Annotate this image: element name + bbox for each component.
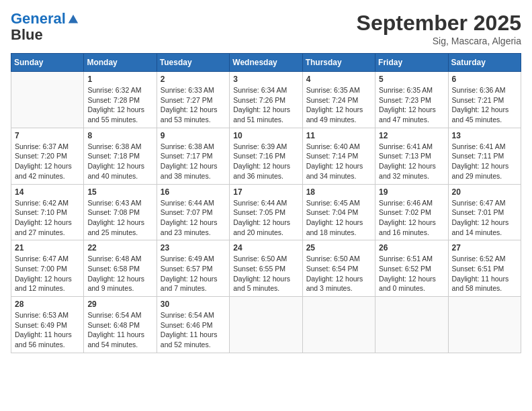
calendar-day: 14 Sunrise: 6:42 AMSunset: 7:10 PMDaylig… bbox=[11, 184, 84, 240]
day-number: 21 bbox=[15, 243, 80, 253]
day-detail: Sunrise: 6:50 AMSunset: 6:54 PMDaylight:… bbox=[306, 254, 371, 293]
day-number: 26 bbox=[379, 243, 444, 253]
day-number: 2 bbox=[161, 75, 226, 84]
day-detail: Sunrise: 6:32 AMSunset: 7:28 PMDaylight:… bbox=[87, 85, 152, 125]
calendar-day: 19 Sunrise: 6:46 AMSunset: 7:02 PMDaylig… bbox=[375, 184, 448, 240]
day-detail: Sunrise: 6:40 AMSunset: 7:14 PMDaylight:… bbox=[306, 142, 371, 181]
day-number: 4 bbox=[306, 75, 371, 84]
calendar-day bbox=[230, 297, 302, 353]
day-detail: Sunrise: 6:54 AMSunset: 6:48 PMDaylight:… bbox=[87, 310, 152, 350]
calendar-day: 20 Sunrise: 6:47 AMSunset: 7:01 PMDaylig… bbox=[448, 184, 521, 240]
day-detail: Sunrise: 6:50 AMSunset: 6:55 PMDaylight:… bbox=[233, 254, 298, 293]
day-number: 6 bbox=[452, 75, 517, 84]
calendar-day bbox=[375, 297, 448, 353]
dow-header: Tuesday bbox=[157, 54, 229, 72]
calendar-day: 11 Sunrise: 6:40 AMSunset: 7:14 PMDaylig… bbox=[302, 128, 375, 184]
calendar-day: 17 Sunrise: 6:44 AMSunset: 7:05 PMDaylig… bbox=[230, 184, 302, 240]
calendar-day: 21 Sunrise: 6:47 AMSunset: 7:00 PMDaylig… bbox=[11, 240, 84, 297]
day-detail: Sunrise: 6:47 AMSunset: 7:00 PMDaylight:… bbox=[15, 254, 80, 293]
day-detail: Sunrise: 6:37 AMSunset: 7:20 PMDaylight:… bbox=[15, 142, 80, 181]
title-block: September 2025 Sig, Mascara, Algeria bbox=[357, 11, 521, 46]
page-header: GeneralBlue September 2025 Sig, Mascara,… bbox=[11, 11, 521, 46]
calendar-week: 14 Sunrise: 6:42 AMSunset: 7:10 PMDaylig… bbox=[11, 184, 521, 240]
day-number: 11 bbox=[306, 131, 371, 140]
day-number: 27 bbox=[452, 243, 517, 253]
day-number: 10 bbox=[233, 131, 298, 140]
day-number: 22 bbox=[87, 243, 152, 253]
calendar-week: 21 Sunrise: 6:47 AMSunset: 7:00 PMDaylig… bbox=[11, 240, 521, 297]
dow-header: Monday bbox=[84, 54, 157, 72]
calendar-table: SundayMondayTuesdayWednesdayThursdayFrid… bbox=[11, 53, 521, 353]
day-detail: Sunrise: 6:44 AMSunset: 7:07 PMDaylight:… bbox=[161, 198, 226, 238]
day-number: 23 bbox=[161, 243, 226, 253]
calendar-day: 24 Sunrise: 6:50 AMSunset: 6:55 PMDaylig… bbox=[230, 240, 302, 297]
day-number: 20 bbox=[452, 187, 517, 197]
day-number: 9 bbox=[161, 131, 226, 140]
calendar-day: 22 Sunrise: 6:48 AMSunset: 6:58 PMDaylig… bbox=[84, 240, 157, 297]
svg-marker-0 bbox=[69, 15, 78, 24]
day-detail: Sunrise: 6:36 AMSunset: 7:21 PMDaylight:… bbox=[452, 85, 517, 125]
day-number: 19 bbox=[379, 187, 444, 197]
calendar-day: 4 Sunrise: 6:35 AMSunset: 7:24 PMDayligh… bbox=[302, 72, 375, 128]
calendar-day: 18 Sunrise: 6:45 AMSunset: 7:04 PMDaylig… bbox=[302, 184, 375, 240]
dow-header: Friday bbox=[375, 54, 448, 72]
calendar-day: 3 Sunrise: 6:34 AMSunset: 7:26 PMDayligh… bbox=[230, 72, 302, 128]
calendar-day: 8 Sunrise: 6:38 AMSunset: 7:18 PMDayligh… bbox=[84, 128, 157, 184]
calendar-day: 29 Sunrise: 6:54 AMSunset: 6:48 PMDaylig… bbox=[84, 297, 157, 353]
day-number: 25 bbox=[306, 243, 371, 253]
day-detail: Sunrise: 6:45 AMSunset: 7:04 PMDaylight:… bbox=[306, 198, 371, 238]
day-detail: Sunrise: 6:38 AMSunset: 7:18 PMDaylight:… bbox=[87, 142, 152, 181]
calendar-week: 1 Sunrise: 6:32 AMSunset: 7:28 PMDayligh… bbox=[11, 72, 521, 128]
day-number: 29 bbox=[87, 300, 152, 309]
dow-header: Saturday bbox=[448, 54, 521, 72]
calendar-day: 28 Sunrise: 6:53 AMSunset: 6:49 PMDaylig… bbox=[11, 297, 84, 353]
day-detail: Sunrise: 6:41 AMSunset: 7:13 PMDaylight:… bbox=[379, 142, 444, 181]
dow-header: Sunday bbox=[11, 54, 84, 72]
calendar-week: 7 Sunrise: 6:37 AMSunset: 7:20 PMDayligh… bbox=[11, 128, 521, 184]
calendar-day: 6 Sunrise: 6:36 AMSunset: 7:21 PMDayligh… bbox=[448, 72, 521, 128]
calendar-day: 9 Sunrise: 6:38 AMSunset: 7:17 PMDayligh… bbox=[157, 128, 229, 184]
calendar-day bbox=[448, 297, 521, 353]
day-number: 18 bbox=[306, 187, 371, 197]
day-of-week-row: SundayMondayTuesdayWednesdayThursdayFrid… bbox=[11, 54, 521, 72]
logo-text: GeneralBlue bbox=[11, 11, 79, 43]
calendar-day: 16 Sunrise: 6:44 AMSunset: 7:07 PMDaylig… bbox=[157, 184, 229, 240]
day-number: 15 bbox=[87, 187, 152, 197]
calendar-day: 2 Sunrise: 6:33 AMSunset: 7:27 PMDayligh… bbox=[157, 72, 229, 128]
day-number: 3 bbox=[233, 75, 298, 84]
month-title: September 2025 bbox=[357, 11, 521, 36]
logo: GeneralBlue bbox=[11, 11, 79, 43]
dow-header: Wednesday bbox=[230, 54, 302, 72]
calendar-day bbox=[302, 297, 375, 353]
day-number: 24 bbox=[233, 243, 298, 253]
day-number: 5 bbox=[379, 75, 444, 84]
day-detail: Sunrise: 6:39 AMSunset: 7:16 PMDaylight:… bbox=[233, 142, 298, 181]
day-number: 13 bbox=[452, 131, 517, 140]
day-number: 8 bbox=[87, 131, 152, 140]
day-detail: Sunrise: 6:44 AMSunset: 7:05 PMDaylight:… bbox=[233, 198, 298, 238]
calendar-day bbox=[11, 72, 84, 128]
day-number: 14 bbox=[15, 187, 80, 197]
calendar-day: 10 Sunrise: 6:39 AMSunset: 7:16 PMDaylig… bbox=[230, 128, 302, 184]
location: Sig, Mascara, Algeria bbox=[357, 36, 521, 46]
calendar-week: 28 Sunrise: 6:53 AMSunset: 6:49 PMDaylig… bbox=[11, 297, 521, 353]
calendar-day: 15 Sunrise: 6:43 AMSunset: 7:08 PMDaylig… bbox=[84, 184, 157, 240]
day-number: 1 bbox=[87, 75, 152, 84]
day-detail: Sunrise: 6:51 AMSunset: 6:52 PMDaylight:… bbox=[379, 254, 444, 293]
day-number: 17 bbox=[233, 187, 298, 197]
calendar-day: 13 Sunrise: 6:41 AMSunset: 7:11 PMDaylig… bbox=[448, 128, 521, 184]
day-detail: Sunrise: 6:54 AMSunset: 6:46 PMDaylight:… bbox=[161, 310, 226, 350]
day-detail: Sunrise: 6:34 AMSunset: 7:26 PMDaylight:… bbox=[233, 85, 298, 125]
calendar-body: 1 Sunrise: 6:32 AMSunset: 7:28 PMDayligh… bbox=[11, 72, 521, 353]
day-detail: Sunrise: 6:47 AMSunset: 7:01 PMDaylight:… bbox=[452, 198, 517, 238]
calendar-day: 26 Sunrise: 6:51 AMSunset: 6:52 PMDaylig… bbox=[375, 240, 448, 297]
dow-header: Thursday bbox=[302, 54, 375, 72]
day-detail: Sunrise: 6:53 AMSunset: 6:49 PMDaylight:… bbox=[15, 310, 80, 350]
day-detail: Sunrise: 6:35 AMSunset: 7:23 PMDaylight:… bbox=[379, 85, 444, 125]
calendar-day: 1 Sunrise: 6:32 AMSunset: 7:28 PMDayligh… bbox=[84, 72, 157, 128]
day-detail: Sunrise: 6:49 AMSunset: 6:57 PMDaylight:… bbox=[161, 254, 226, 293]
day-detail: Sunrise: 6:33 AMSunset: 7:27 PMDaylight:… bbox=[161, 85, 226, 125]
day-detail: Sunrise: 6:46 AMSunset: 7:02 PMDaylight:… bbox=[379, 198, 444, 238]
calendar-day: 27 Sunrise: 6:52 AMSunset: 6:51 PMDaylig… bbox=[448, 240, 521, 297]
day-detail: Sunrise: 6:52 AMSunset: 6:51 PMDaylight:… bbox=[452, 254, 517, 293]
